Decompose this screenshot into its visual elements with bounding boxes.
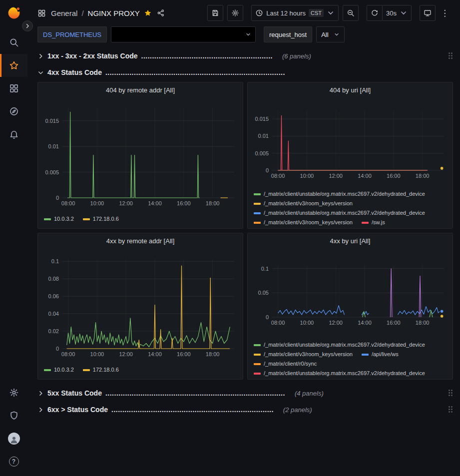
- time-series-svg[interactable]: 08:0010:0012:0014:0016:0018:0000.0050.01…: [252, 106, 448, 180]
- legend-item[interactable]: 172.18.0.6: [83, 365, 119, 375]
- row-drag-handle[interactable]: [449, 52, 453, 59]
- legend-row: /_matrix/client/v3/room_keys/version/sw.…: [254, 218, 449, 225]
- svg-text:0.015: 0.015: [255, 116, 269, 122]
- row-panel-count: (2 panels): [283, 406, 312, 414]
- zoom-out-button[interactable]: [343, 5, 359, 21]
- chart-404-by-remote-addr[interactable]: 08:0010:0012:0014:0016:0018:0000.0050.01…: [42, 97, 239, 214]
- sidebar-item-configuration[interactable]: [0, 381, 27, 404]
- refresh-interval-picker[interactable]: 30s: [382, 5, 412, 21]
- sidebar-item-alerting[interactable]: [0, 123, 27, 146]
- time-series-svg[interactable]: 08:0010:0012:0014:0016:0018:0000.0050.01…: [42, 104, 238, 208]
- legend-row: /_matrix/client/unstable/org.matrix.msc2…: [254, 189, 449, 199]
- sidebar-item-server-admin[interactable]: [0, 404, 27, 427]
- chevron-right-icon: [24, 23, 30, 29]
- row-title: 5xx Status Code: [47, 389, 102, 397]
- share-icon[interactable]: [157, 9, 165, 17]
- tv-mode-button[interactable]: [420, 5, 436, 21]
- legend-item[interactable]: /sw.js: [362, 218, 385, 225]
- legend-item[interactable]: /api/live/ws: [362, 350, 399, 359]
- sidebar: ?: [0, 0, 27, 476]
- apps-grid-icon: [9, 83, 19, 93]
- svg-text:12:00: 12:00: [119, 351, 133, 357]
- dashboard-settings-button[interactable]: [227, 5, 243, 21]
- legend-item[interactable]: /_matrix/client/unstable/org.matrix.msc2…: [254, 189, 425, 199]
- row-5xx[interactable]: 5xx Status Code ........................…: [37, 386, 453, 401]
- row-drag-handle[interactable]: [449, 390, 453, 397]
- chevron-down-icon: [327, 9, 335, 17]
- save-dashboard-button[interactable]: [207, 5, 223, 21]
- legend-item[interactable]: /_matrix/client/unstable/org.matrix.msc2…: [254, 208, 425, 218]
- row-6xx[interactable]: 6xx > Status Code ......................…: [37, 402, 453, 417]
- row-drag-handle[interactable]: [449, 406, 453, 413]
- request-host-variable-value: All: [321, 31, 328, 38]
- svg-text:08:00: 08:00: [271, 320, 285, 326]
- panel-title[interactable]: 404 by uri [All]: [252, 82, 449, 97]
- svg-text:10:00: 10:00: [300, 320, 314, 326]
- datasource-variable-select[interactable]: [111, 26, 256, 42]
- sidebar-item-profile[interactable]: [0, 427, 27, 450]
- row-4xx[interactable]: 4xx Status Code ........................…: [37, 65, 453, 80]
- kebab-menu-icon[interactable]: ⋮: [436, 8, 454, 18]
- svg-text:0.04: 0.04: [48, 311, 59, 317]
- refresh-interval-label: 30s: [386, 9, 397, 17]
- legend-item[interactable]: /_matrix/client/v3/room_keys/version: [254, 350, 353, 359]
- row-panel-count: (6 panels): [282, 52, 311, 60]
- legend-row: 10.0.3.2172.18.0.6: [44, 214, 239, 224]
- svg-text:0.1: 0.1: [261, 266, 269, 272]
- legend-item[interactable]: /_matrix/client/unstable/org.matrix.msc2…: [254, 369, 425, 376]
- chart-4xx-by-remote-addr[interactable]: 08:0010:0012:0014:0016:0018:0000.020.040…: [42, 248, 239, 365]
- svg-text:0.005: 0.005: [45, 169, 59, 175]
- zoom-out-icon: [347, 9, 355, 17]
- legend-swatch: [362, 354, 369, 356]
- legend-label: /_matrix/client/v3/room_keys/version: [264, 350, 353, 359]
- refresh-button[interactable]: [367, 5, 383, 21]
- legend-item[interactable]: 172.18.0.6: [83, 214, 119, 224]
- sidebar-item-help[interactable]: ?: [0, 450, 27, 473]
- legend-label: /sw.js: [372, 218, 385, 225]
- legend-swatch: [83, 369, 90, 371]
- legend-row: 10.0.3.2172.18.0.6: [44, 365, 239, 375]
- legend-item[interactable]: /_matrix/client/unstable/org.matrix.msc2…: [254, 340, 425, 350]
- legend-item[interactable]: 10.0.3.2: [44, 214, 74, 224]
- sidebar-item-explore[interactable]: [0, 100, 27, 123]
- page-title[interactable]: NGINX PROXY: [88, 9, 140, 17]
- search-icon: [9, 37, 19, 47]
- favorite-star-icon[interactable]: [144, 9, 152, 17]
- panel-title[interactable]: 4xx by remote addr [All]: [42, 233, 239, 248]
- svg-text:12:00: 12:00: [119, 200, 133, 206]
- svg-text:0.06: 0.06: [48, 293, 59, 299]
- legend-label: /_matrix/client/r0/sync: [264, 359, 317, 369]
- svg-text:10:00: 10:00: [90, 200, 104, 206]
- panel-title[interactable]: 404 by remote addr [All]: [42, 82, 239, 97]
- svg-text:14:00: 14:00: [358, 320, 372, 326]
- legend-item[interactable]: /_matrix/client/v3/room_keys/version: [254, 199, 353, 208]
- legend-row: /_matrix/client/unstable/org.matrix.msc2…: [254, 208, 449, 218]
- time-series-svg[interactable]: 08:0010:0012:0014:0016:0018:0000.020.040…: [42, 255, 238, 359]
- chart-4xx-by-uri[interactable]: 08:0010:0012:0014:0016:0018:0000.050.1: [252, 248, 449, 340]
- svg-text:12:00: 12:00: [329, 173, 343, 179]
- svg-text:18:00: 18:00: [416, 320, 430, 326]
- svg-text:14:00: 14:00: [358, 173, 372, 179]
- time-range-picker[interactable]: Last 12 hours CST: [251, 5, 339, 21]
- legend-item[interactable]: /_matrix/client/r0/sync: [254, 359, 317, 369]
- chart-404-by-uri[interactable]: 08:0010:0012:0014:0016:0018:0000.0050.01…: [252, 97, 449, 189]
- sidebar-item-starred[interactable]: [0, 54, 27, 77]
- datasource-variable-label[interactable]: DS_PROMETHEUS: [37, 26, 107, 42]
- grafana-logo-icon[interactable]: [7, 6, 21, 20]
- time-series-svg[interactable]: 08:0010:0012:0014:0016:0018:0000.050.1: [252, 261, 448, 327]
- request-host-variable-select[interactable]: All: [316, 26, 344, 42]
- row-1xx-3xx-2xx[interactable]: 1xx - 3xx - 2xx Status Code ............…: [37, 48, 453, 63]
- sidebar-bottom-group: ?: [0, 381, 27, 476]
- save-icon: [211, 9, 219, 17]
- request-host-variable-label[interactable]: request_host: [264, 26, 312, 42]
- variables-bar: DS_PROMETHEUS request_host All: [27, 26, 460, 45]
- panel-title[interactable]: 4xx by uri [All]: [252, 233, 449, 248]
- sidebar-item-dashboards[interactable]: [0, 77, 27, 100]
- breadcrumb-folder[interactable]: General: [51, 9, 77, 17]
- sidebar-item-search[interactable]: [0, 31, 27, 54]
- legend-item[interactable]: /_matrix/client/v3/room_keys/version: [254, 218, 353, 225]
- legend-item[interactable]: 10.0.3.2: [44, 365, 74, 375]
- sidebar-expand-button[interactable]: [22, 20, 33, 31]
- clock-icon: [255, 9, 263, 17]
- svg-text:18:00: 18:00: [206, 200, 220, 206]
